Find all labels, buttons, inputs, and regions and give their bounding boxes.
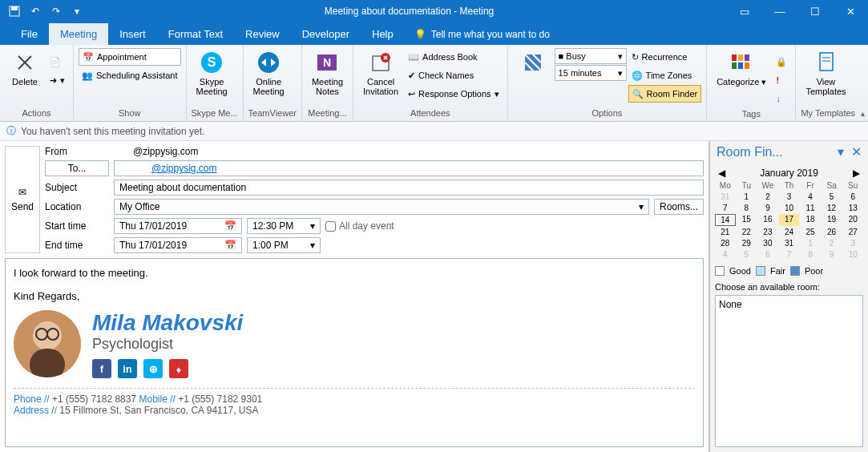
- ribbon-options-icon[interactable]: ▭: [727, 0, 762, 22]
- tell-me-label: Tell me what you want to do: [431, 29, 550, 40]
- body-line: I look forward to the meeting.: [14, 267, 695, 279]
- high-importance-button[interactable]: !: [773, 71, 790, 89]
- delete-button[interactable]: Delete: [5, 48, 45, 88]
- maximize-icon[interactable]: ☐: [797, 0, 833, 22]
- categorize-button[interactable]: Categorize ▾: [712, 48, 771, 88]
- pane-menu-icon[interactable]: ▾: [838, 145, 844, 159]
- location-icon[interactable]: ⬧: [169, 359, 188, 378]
- next-month-icon[interactable]: ▶: [853, 167, 860, 179]
- check-names-button[interactable]: ✔Check Names: [405, 67, 503, 84]
- tab-file[interactable]: File: [10, 23, 49, 45]
- subject-field[interactable]: Meeting about documentation: [114, 180, 704, 196]
- svg-rect-16: [820, 53, 833, 71]
- online-meeting-button[interactable]: Online Meeting: [248, 48, 289, 98]
- onenote-icon: N: [314, 50, 340, 75]
- signature-contact: Phone // +1 (555) 7182 8837 Mobile // +1…: [14, 388, 695, 416]
- qat-dropdown-icon[interactable]: ▾: [67, 2, 87, 21]
- info-bar: ⓘ You haven't sent this meeting invitati…: [0, 122, 868, 141]
- address-book-button[interactable]: 📖Address Book: [405, 48, 503, 66]
- skype-meeting-button[interactable]: S Skype Meeting: [192, 48, 232, 98]
- from-value: @zippysig.com: [101, 146, 199, 157]
- minimize-icon[interactable]: —: [762, 0, 797, 22]
- tab-insert[interactable]: Insert: [108, 23, 157, 45]
- ribbon: Delete 📄 ➜▾ Actions 📅Appointment 👥Schedu…: [0, 45, 868, 122]
- templates-icon: [813, 50, 839, 75]
- categorize-icon: [729, 50, 754, 75]
- show-as-icon: [520, 50, 546, 75]
- recurrence-icon: ↻: [632, 52, 639, 63]
- svg-rect-1: [11, 6, 18, 10]
- room-icon: 🔍: [632, 89, 644, 99]
- start-time-field[interactable]: 12:30 PM▾: [247, 218, 321, 234]
- tab-developer[interactable]: Developer: [291, 23, 361, 45]
- close-icon[interactable]: ✕: [833, 0, 868, 22]
- tab-help[interactable]: Help: [361, 23, 405, 45]
- room-finder-title: Room Fin...: [717, 145, 783, 159]
- copy-button[interactable]: 📄: [46, 53, 68, 71]
- show-as-combo[interactable]: ■ Busy▾: [555, 48, 627, 64]
- tell-me-search[interactable]: 💡 Tell me what you want to do: [405, 24, 559, 45]
- end-date-field[interactable]: Thu 17/01/2019📅: [114, 237, 242, 253]
- group-actions-label: Actions: [5, 107, 68, 119]
- prev-month-icon[interactable]: ◀: [718, 167, 725, 179]
- facebook-icon[interactable]: f: [92, 359, 111, 378]
- info-icon: ⓘ: [6, 124, 16, 138]
- calendar-picker-icon[interactable]: 📅: [224, 240, 236, 251]
- title-bar: ↶ ↷ ▾ Meeting about documentation - Meet…: [0, 0, 868, 22]
- all-day-checkbox[interactable]: All day event: [325, 220, 394, 232]
- save-icon[interactable]: [5, 2, 24, 21]
- reminder-combo[interactable]: 15 minutes▾: [555, 65, 627, 81]
- address-book-icon: 📖: [408, 52, 419, 63]
- scheduling-assistant-button[interactable]: 👥Scheduling Assistant: [79, 67, 181, 84]
- svg-text:S: S: [208, 55, 216, 69]
- rooms-button[interactable]: Rooms...: [654, 199, 704, 215]
- end-time-field[interactable]: 1:00 PM▾: [247, 237, 321, 253]
- private-button[interactable]: 🔒: [773, 53, 790, 71]
- delete-icon: [12, 50, 38, 75]
- show-as-icon-button[interactable]: [513, 48, 553, 77]
- low-importance-button[interactable]: ↓: [773, 90, 790, 107]
- room-finder-pane: Room Fin... ▾ ✕ ◀ January 2019 ▶ MoTuWeT…: [709, 141, 868, 452]
- group-teamviewer-label: TeamViewer: [248, 107, 297, 119]
- collapse-ribbon-icon[interactable]: ▴: [861, 109, 865, 118]
- undo-icon[interactable]: ↶: [26, 2, 45, 21]
- location-field[interactable]: My Office▾: [114, 199, 649, 215]
- signature-name: Mila Makovski: [92, 310, 243, 336]
- send-button[interactable]: ✉ Send: [5, 146, 40, 253]
- svg-rect-21: [30, 349, 65, 377]
- availability-legend: Good Fair Poor: [710, 263, 868, 279]
- time-zones-button[interactable]: 🌐Time Zones: [628, 67, 702, 84]
- start-time-label: Start time: [45, 220, 109, 232]
- start-date-field[interactable]: Thu 17/01/2019📅: [114, 218, 242, 234]
- available-rooms-list[interactable]: None: [715, 295, 863, 447]
- tab-format-text[interactable]: Format Text: [157, 23, 234, 45]
- signature-role: Psychologist: [92, 336, 243, 353]
- response-options-button[interactable]: ↩Response Options ▾: [405, 85, 503, 103]
- group-attendees-label: Attendees: [358, 107, 503, 119]
- subject-label: Subject: [45, 182, 109, 193]
- svg-rect-13: [732, 63, 737, 69]
- meeting-notes-button[interactable]: N Meeting Notes: [307, 48, 348, 98]
- tab-review[interactable]: Review: [234, 23, 291, 45]
- chevron-down-icon[interactable]: ▾: [639, 201, 644, 212]
- calendar-grid[interactable]: MoTuWeThFrSaSu31123456789101112131415161…: [715, 180, 863, 260]
- linkedin-icon[interactable]: in: [118, 359, 137, 378]
- view-templates-button[interactable]: View Templates: [801, 48, 850, 98]
- calendar-picker-icon[interactable]: 📅: [224, 220, 236, 232]
- tab-meeting[interactable]: Meeting: [49, 23, 108, 45]
- to-field[interactable]: @zippysig.com: [114, 160, 704, 176]
- end-time-label: End time: [45, 240, 109, 251]
- from-label: From: [45, 146, 96, 157]
- ribbon-tabs: File Meeting Insert Format Text Review D…: [0, 22, 868, 45]
- forward-button[interactable]: ➜▾: [46, 71, 68, 89]
- cancel-invitation-button[interactable]: Cancel Invitation: [358, 48, 403, 98]
- message-body[interactable]: I look forward to the meeting. Kind Rega…: [5, 258, 704, 447]
- to-button[interactable]: To...: [45, 160, 109, 176]
- website-icon[interactable]: ⊕: [143, 359, 163, 378]
- appointment-button[interactable]: 📅Appointment: [79, 48, 181, 66]
- window-title: Meeting about documentation - Meeting: [91, 6, 727, 17]
- pane-close-icon[interactable]: ✕: [851, 145, 862, 159]
- recurrence-button[interactable]: ↻Recurrence: [628, 48, 702, 66]
- redo-icon[interactable]: ↷: [46, 2, 66, 21]
- room-finder-button[interactable]: 🔍Room Finder: [628, 85, 702, 103]
